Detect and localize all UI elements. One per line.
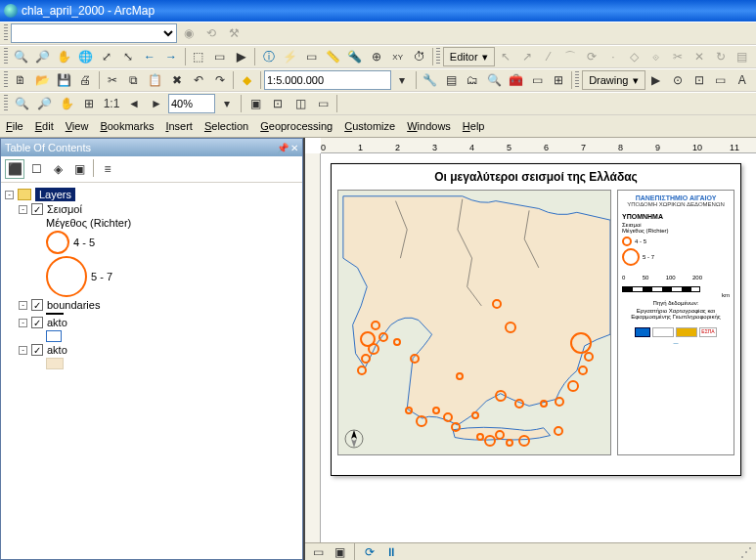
menu-geoprocessing[interactable]: Geoprocessing: [260, 120, 333, 132]
new-icon[interactable]: 🗎: [11, 69, 31, 91]
layout-zoom-in-icon[interactable]: 🔍: [11, 93, 32, 114]
list-by-drawing-order-icon[interactable]: ⬛: [5, 159, 24, 179]
window-title: chla_april_2000 - ArcMap: [22, 4, 155, 18]
new-rectangle-icon[interactable]: ▭: [710, 69, 731, 91]
layer-checkbox[interactable]: ✓: [31, 317, 43, 328]
time-slider-icon[interactable]: ⏱: [409, 46, 429, 67]
layer-checkbox[interactable]: ✓: [31, 299, 43, 311]
layout-pan-icon[interactable]: ✋: [56, 93, 77, 114]
measure-icon[interactable]: 📏: [323, 46, 343, 67]
change-layout-icon[interactable]: ◫: [289, 93, 311, 114]
identify-icon[interactable]: ⓘ: [258, 46, 279, 67]
python-icon[interactable]: ▭: [527, 69, 548, 91]
drawing-menu[interactable]: Drawing▾: [582, 70, 645, 90]
zoom-percent-combo[interactable]: [168, 94, 215, 113]
list-by-source-icon[interactable]: ☐: [26, 159, 46, 179]
collapse-icon[interactable]: -: [19, 301, 27, 310]
go-back-icon[interactable]: ←: [140, 46, 160, 67]
zoom-100-icon[interactable]: 1:1: [101, 93, 122, 114]
layer-name[interactable]: akto: [47, 344, 67, 356]
layout-view[interactable]: 01234567891011 Οι μεγαλύτεροι σεισμοί τη…: [303, 138, 756, 560]
print-icon[interactable]: 🖨: [75, 69, 96, 91]
find-icon[interactable]: 🔦: [344, 46, 365, 67]
data-view-icon[interactable]: ▭: [309, 544, 327, 560]
pin-icon[interactable]: 📌: [277, 143, 289, 153]
collapse-icon[interactable]: -: [5, 191, 14, 199]
refresh-icon[interactable]: ⟳: [361, 544, 378, 560]
menu-insert[interactable]: Insert: [165, 120, 193, 132]
html-popup-icon[interactable]: ▭: [301, 46, 322, 67]
layer-checkbox[interactable]: ✓: [31, 203, 43, 215]
full-extent-icon[interactable]: 🌐: [75, 46, 96, 67]
collapse-icon[interactable]: -: [19, 319, 27, 327]
add-data-icon[interactable]: ◆: [237, 69, 257, 91]
select-elements-icon[interactable]: ▶: [231, 46, 251, 67]
data-frame-root[interactable]: Layers: [35, 188, 75, 201]
menu-bookmarks[interactable]: Bookmarks: [100, 120, 154, 132]
go-forward-icon[interactable]: →: [161, 46, 182, 67]
layer-name[interactable]: akto: [47, 317, 67, 328]
go-back-extent-icon[interactable]: ◄: [123, 93, 145, 114]
zoom-whole-page-icon[interactable]: ⊞: [78, 93, 100, 114]
scale-combo[interactable]: [264, 70, 391, 90]
select-features-icon[interactable]: ⬚: [189, 46, 209, 67]
search-icon[interactable]: 🔍: [484, 69, 505, 91]
data-driven-pages-icon[interactable]: ▭: [312, 93, 334, 114]
pan-icon[interactable]: ✋: [54, 46, 74, 67]
menu-edit[interactable]: Edit: [35, 120, 54, 132]
layout-view-icon[interactable]: ▣: [331, 544, 348, 560]
menu-help[interactable]: Help: [463, 120, 485, 132]
editor-toolbar-icon[interactable]: 🔧: [420, 69, 440, 91]
list-by-visibility-icon[interactable]: ◈: [48, 159, 67, 179]
go-forward-extent-icon[interactable]: ►: [146, 93, 167, 114]
find-xy-icon[interactable]: ⊕: [366, 46, 386, 67]
layer-combo[interactable]: [11, 23, 177, 43]
go-to-xy-icon[interactable]: XY: [387, 46, 408, 67]
layer-name[interactable]: boundaries: [47, 299, 100, 311]
redo-icon[interactable]: ↷: [209, 69, 230, 91]
layout-zoom-out-icon[interactable]: 🔎: [33, 93, 55, 114]
scale-dropdown-icon[interactable]: ▾: [392, 69, 413, 91]
delete-icon[interactable]: ✖: [166, 69, 187, 91]
rotate-icon[interactable]: ⊙: [667, 69, 688, 91]
paste-icon[interactable]: 📋: [145, 69, 165, 91]
copy-icon[interactable]: ⧉: [123, 69, 144, 91]
close-icon[interactable]: ✕: [290, 143, 298, 153]
fixed-zoom-out-icon[interactable]: ⤡: [118, 46, 139, 67]
clear-selection-icon[interactable]: ▭: [209, 46, 230, 67]
resize-grip-icon[interactable]: ⋰: [740, 545, 752, 559]
model-builder-icon[interactable]: ⊞: [548, 69, 568, 91]
arctoolbox-icon[interactable]: 🧰: [506, 69, 526, 91]
new-text-icon[interactable]: A: [732, 69, 752, 91]
toc-icon[interactable]: ▤: [441, 69, 462, 91]
editor-menu[interactable]: Editor▾: [443, 47, 495, 66]
focus-data-frame-icon[interactable]: ⊡: [267, 93, 289, 114]
save-icon[interactable]: 💾: [54, 69, 74, 91]
zoom-in-icon[interactable]: 🔍: [11, 46, 31, 67]
menu-selection[interactable]: Selection: [204, 120, 248, 132]
svg-marker-2: [351, 439, 357, 448]
menu-windows[interactable]: Windows: [407, 120, 451, 132]
list-by-selection-icon[interactable]: ▣: [69, 159, 89, 179]
catalog-icon[interactable]: 🗂: [463, 69, 483, 91]
cut-icon[interactable]: ✂: [102, 69, 122, 91]
menu-file[interactable]: FFileile: [6, 120, 23, 132]
map-data-frame[interactable]: [337, 190, 611, 455]
layer-name[interactable]: Σεισμοί: [47, 203, 82, 215]
fixed-zoom-in-icon[interactable]: ⤢: [97, 46, 117, 67]
layout-page[interactable]: Οι μεγαλύτεροι σεισμοί της Ελλάδας: [331, 163, 741, 476]
menu-view[interactable]: View: [66, 120, 89, 132]
toggle-draft-icon[interactable]: ▣: [245, 93, 266, 114]
layer-checkbox[interactable]: ✓: [31, 344, 43, 356]
options-icon[interactable]: ≡: [98, 159, 117, 179]
open-icon[interactable]: 📂: [32, 69, 53, 91]
pause-drawing-icon[interactable]: ⏸: [382, 544, 400, 560]
zoom-dropdown-icon[interactable]: ▾: [216, 93, 238, 114]
zoom-out-icon[interactable]: 🔎: [32, 46, 53, 67]
undo-icon[interactable]: ↶: [188, 69, 208, 91]
menu-customize[interactable]: Customize: [344, 120, 395, 132]
collapse-icon[interactable]: -: [19, 346, 27, 355]
zoom-to-selected-icon[interactable]: ⊡: [689, 69, 709, 91]
select-elements-icon[interactable]: ▶: [646, 69, 667, 91]
collapse-icon[interactable]: -: [19, 205, 27, 214]
